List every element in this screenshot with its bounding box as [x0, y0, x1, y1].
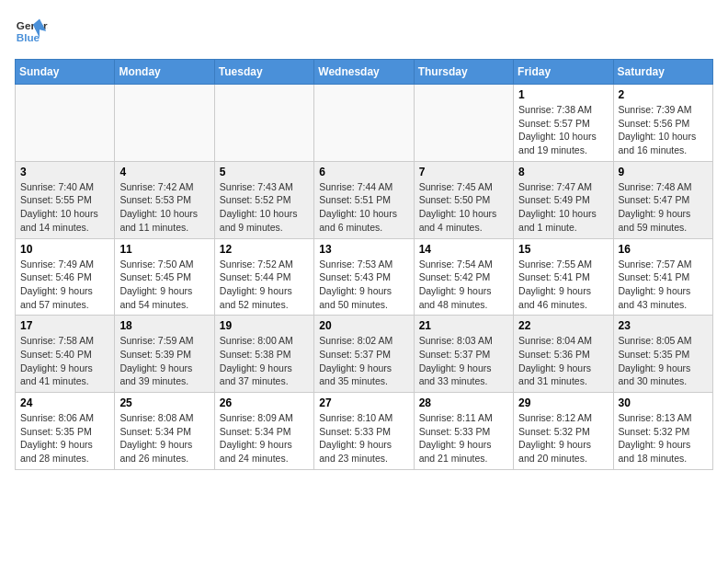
day-info: Sunrise: 7:55 AMSunset: 5:41 PMDaylight:… — [518, 258, 608, 312]
calendar-cell — [16, 85, 115, 162]
calendar-cell: 7Sunrise: 7:45 AMSunset: 5:50 PMDaylight… — [414, 161, 513, 238]
day-info: Sunrise: 7:49 AMSunset: 5:46 PMDaylight:… — [20, 258, 109, 312]
calendar-cell — [414, 85, 513, 162]
day-number: 17 — [20, 319, 109, 332]
calendar-cell: 17Sunrise: 7:58 AMSunset: 5:40 PMDayligh… — [16, 316, 115, 393]
day-number: 20 — [319, 319, 408, 332]
day-info: Sunrise: 8:10 AMSunset: 5:33 PMDaylight:… — [319, 411, 408, 465]
calendar-week-row: 17Sunrise: 7:58 AMSunset: 5:40 PMDayligh… — [16, 316, 713, 393]
day-number: 18 — [119, 319, 209, 332]
day-info: Sunrise: 7:43 AMSunset: 5:52 PMDaylight:… — [220, 180, 309, 235]
day-number: 26 — [220, 396, 309, 409]
weekday-header-cell: Thursday — [414, 60, 513, 85]
calendar-body: 1Sunrise: 7:38 AMSunset: 5:57 PMDaylight… — [16, 85, 713, 470]
calendar-cell: 18Sunrise: 7:59 AMSunset: 5:39 PMDayligh… — [115, 316, 214, 393]
day-info: Sunrise: 8:03 AMSunset: 5:37 PMDaylight:… — [419, 334, 508, 388]
day-info: Sunrise: 7:39 AMSunset: 5:56 PMDaylight:… — [619, 103, 708, 157]
calendar-cell: 3Sunrise: 7:40 AMSunset: 5:55 PMDaylight… — [16, 161, 115, 238]
day-number: 16 — [619, 243, 708, 256]
day-number: 3 — [20, 166, 109, 178]
weekday-header-cell: Wednesday — [314, 60, 414, 85]
weekday-header-cell: Saturday — [613, 60, 712, 85]
day-info: Sunrise: 7:38 AMSunset: 5:57 PMDaylight:… — [518, 103, 608, 157]
calendar-cell: 15Sunrise: 7:55 AMSunset: 5:41 PMDayligh… — [514, 238, 613, 316]
day-number: 22 — [518, 319, 608, 332]
day-number: 14 — [419, 243, 508, 256]
calendar-cell: 9Sunrise: 7:48 AMSunset: 5:47 PMDaylight… — [613, 161, 712, 238]
calendar-cell: 21Sunrise: 8:03 AMSunset: 5:37 PMDayligh… — [414, 316, 513, 393]
weekday-header-cell: Friday — [514, 60, 613, 85]
calendar-week-row: 24Sunrise: 8:06 AMSunset: 5:35 PMDayligh… — [16, 393, 713, 470]
weekday-header-cell: Sunday — [16, 60, 115, 85]
page-header: General Blue — [15, 15, 713, 48]
day-info: Sunrise: 7:52 AMSunset: 5:44 PMDaylight:… — [220, 258, 309, 312]
day-info: Sunrise: 8:02 AMSunset: 5:37 PMDaylight:… — [319, 334, 408, 388]
logo: General Blue — [15, 15, 48, 48]
day-number: 28 — [419, 396, 508, 409]
day-info: Sunrise: 8:08 AMSunset: 5:34 PMDaylight:… — [119, 411, 209, 465]
day-info: Sunrise: 8:00 AMSunset: 5:38 PMDaylight:… — [220, 334, 309, 388]
day-info: Sunrise: 8:05 AMSunset: 5:35 PMDaylight:… — [619, 334, 708, 388]
calendar-table: SundayMondayTuesdayWednesdayThursdayFrid… — [15, 59, 713, 470]
calendar-cell: 27Sunrise: 8:10 AMSunset: 5:33 PMDayligh… — [314, 393, 414, 470]
calendar-cell: 10Sunrise: 7:49 AMSunset: 5:46 PMDayligh… — [16, 238, 115, 316]
day-info: Sunrise: 7:45 AMSunset: 5:50 PMDaylight:… — [419, 180, 508, 235]
calendar-cell: 12Sunrise: 7:52 AMSunset: 5:44 PMDayligh… — [214, 238, 313, 316]
day-info: Sunrise: 7:50 AMSunset: 5:45 PMDaylight:… — [119, 258, 209, 312]
day-number: 13 — [319, 243, 408, 256]
day-number: 29 — [518, 396, 608, 409]
day-number: 4 — [119, 166, 209, 178]
calendar-cell: 6Sunrise: 7:44 AMSunset: 5:51 PMDaylight… — [314, 161, 414, 238]
day-number: 12 — [220, 243, 309, 256]
calendar-cell: 11Sunrise: 7:50 AMSunset: 5:45 PMDayligh… — [115, 238, 214, 316]
day-info: Sunrise: 7:58 AMSunset: 5:40 PMDaylight:… — [20, 334, 109, 388]
calendar-cell: 28Sunrise: 8:11 AMSunset: 5:33 PMDayligh… — [414, 393, 513, 470]
day-number: 1 — [518, 88, 608, 101]
day-number: 5 — [220, 166, 309, 178]
calendar-cell: 2Sunrise: 7:39 AMSunset: 5:56 PMDaylight… — [613, 85, 712, 162]
calendar-cell: 25Sunrise: 8:08 AMSunset: 5:34 PMDayligh… — [115, 393, 214, 470]
calendar-cell: 22Sunrise: 8:04 AMSunset: 5:36 PMDayligh… — [514, 316, 613, 393]
day-number: 8 — [518, 166, 608, 178]
calendar-week-row: 1Sunrise: 7:38 AMSunset: 5:57 PMDaylight… — [16, 85, 713, 162]
day-number: 27 — [319, 396, 408, 409]
day-number: 24 — [20, 396, 109, 409]
day-number: 30 — [619, 396, 708, 409]
day-info: Sunrise: 7:57 AMSunset: 5:41 PMDaylight:… — [619, 258, 708, 312]
day-number: 15 — [518, 243, 608, 256]
day-info: Sunrise: 7:53 AMSunset: 5:43 PMDaylight:… — [319, 258, 408, 312]
calendar-cell: 23Sunrise: 8:05 AMSunset: 5:35 PMDayligh… — [613, 316, 712, 393]
day-info: Sunrise: 7:48 AMSunset: 5:47 PMDaylight:… — [619, 180, 708, 235]
calendar-cell: 1Sunrise: 7:38 AMSunset: 5:57 PMDaylight… — [514, 85, 613, 162]
calendar-week-row: 3Sunrise: 7:40 AMSunset: 5:55 PMDaylight… — [16, 161, 713, 238]
calendar-cell — [214, 85, 313, 162]
day-number: 23 — [619, 319, 708, 332]
day-number: 2 — [619, 88, 708, 101]
weekday-header-row: SundayMondayTuesdayWednesdayThursdayFrid… — [16, 60, 713, 85]
calendar-cell — [314, 85, 414, 162]
day-info: Sunrise: 8:13 AMSunset: 5:32 PMDaylight:… — [619, 411, 708, 465]
day-number: 25 — [119, 396, 209, 409]
calendar-cell: 19Sunrise: 8:00 AMSunset: 5:38 PMDayligh… — [214, 316, 313, 393]
day-number: 11 — [119, 243, 209, 256]
day-info: Sunrise: 8:09 AMSunset: 5:34 PMDaylight:… — [220, 411, 309, 465]
day-number: 10 — [20, 243, 109, 256]
calendar-cell: 4Sunrise: 7:42 AMSunset: 5:53 PMDaylight… — [115, 161, 214, 238]
day-number: 7 — [419, 166, 508, 178]
day-number: 19 — [220, 319, 309, 332]
calendar-cell: 26Sunrise: 8:09 AMSunset: 5:34 PMDayligh… — [214, 393, 313, 470]
calendar-cell — [115, 85, 214, 162]
calendar-cell: 30Sunrise: 8:13 AMSunset: 5:32 PMDayligh… — [613, 393, 712, 470]
day-info: Sunrise: 8:06 AMSunset: 5:35 PMDaylight:… — [20, 411, 109, 465]
day-info: Sunrise: 7:47 AMSunset: 5:49 PMDaylight:… — [518, 180, 608, 235]
calendar-cell: 8Sunrise: 7:47 AMSunset: 5:49 PMDaylight… — [514, 161, 613, 238]
day-info: Sunrise: 8:12 AMSunset: 5:32 PMDaylight:… — [518, 411, 608, 465]
calendar-cell: 14Sunrise: 7:54 AMSunset: 5:42 PMDayligh… — [414, 238, 513, 316]
day-info: Sunrise: 7:59 AMSunset: 5:39 PMDaylight:… — [119, 334, 209, 388]
day-number: 6 — [319, 166, 408, 178]
weekday-header-cell: Monday — [115, 60, 214, 85]
logo-icon: General Blue — [15, 15, 48, 48]
day-info: Sunrise: 7:54 AMSunset: 5:42 PMDaylight:… — [419, 258, 508, 312]
calendar-cell: 5Sunrise: 7:43 AMSunset: 5:52 PMDaylight… — [214, 161, 313, 238]
day-number: 9 — [619, 166, 708, 178]
